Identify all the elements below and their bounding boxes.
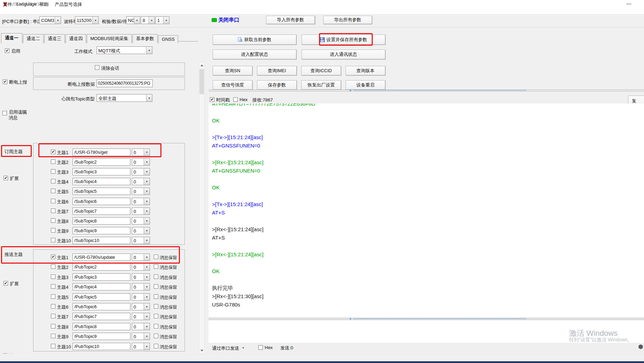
tab-modbus[interactable]: MODBUS轮询采集 [87, 34, 132, 43]
topic-input[interactable]: /SubTopic4 [73, 178, 130, 185]
topic-enable-checkbox[interactable] [51, 218, 55, 223]
topic-enable-checkbox[interactable] [51, 304, 55, 309]
topic-qos-select[interactable]: 0▼ [132, 343, 150, 350]
topic-input[interactable]: /USR-G780s/update [73, 254, 130, 261]
work-mode-select[interactable]: MQTT模式▼ [97, 46, 152, 54]
databits-select[interactable]: 8▼ [141, 16, 155, 24]
close-port-button[interactable]: 关闭串口 [218, 17, 239, 23]
topic-qos-select[interactable]: 0▼ [132, 303, 150, 310]
topic-input[interactable]: /PubTopic9 [73, 333, 130, 340]
assistant-icon[interactable] [638, 345, 643, 349]
menu-product-select[interactable]: 产品型号选择 [55, 1, 82, 8]
topic-qos-select[interactable]: 0▼ [132, 158, 150, 166]
topic-enable-checkbox[interactable] [51, 294, 55, 299]
scroll-down-icon[interactable] [199, 348, 204, 354]
retain-checkbox[interactable] [154, 264, 158, 269]
power-data-input[interactable]: 02500524060700013275:PO [97, 80, 153, 87]
will-message-checkbox[interactable] [2, 111, 7, 115]
topic-qos-select[interactable]: 0▼ [132, 168, 150, 175]
topic-input[interactable]: /PubTopic10 [73, 343, 130, 350]
topic-qos-select[interactable]: 0▼ [132, 207, 150, 215]
minimize-button[interactable]: — [626, 0, 631, 6]
topic-qos-select[interactable]: 0▼ [132, 217, 150, 225]
chevron-down-icon[interactable]: ▼ [242, 347, 244, 349]
topic-enable-checkbox[interactable] [51, 169, 55, 174]
topic-input[interactable]: /PubTopic8 [73, 323, 130, 330]
topic-input[interactable]: /SubTopic8 [73, 217, 130, 225]
menu-language[interactable]: Language [16, 1, 37, 7]
topic-qos-select[interactable]: 0▼ [132, 178, 150, 185]
log-splitter-top[interactable]: ▲ [209, 90, 644, 91]
send-via-serial-button[interactable]: 通过串口发送 [212, 345, 239, 351]
topic-input[interactable]: /SubTopic7 [73, 207, 130, 215]
topic-enable-checkbox[interactable]: ✔ [51, 255, 55, 259]
topic-input[interactable]: /SubTopic9 [73, 227, 130, 234]
scroll-up-icon[interactable] [199, 62, 204, 68]
topic-input[interactable]: /PubTopic7 [73, 313, 130, 320]
tab-channel3[interactable]: 通道三 [44, 34, 65, 43]
tab-channel4[interactable]: 通道四 [66, 34, 86, 43]
send-hex-checkbox[interactable] [258, 345, 263, 350]
retain-checkbox[interactable] [154, 344, 158, 348]
topic-input[interactable]: /SubTopic2 [73, 158, 130, 166]
query-iccid-button[interactable]: 查询ICCID [301, 66, 341, 75]
topic-enable-checkbox[interactable]: ✔ [51, 150, 55, 154]
topic-input[interactable]: /USR-G780s/get [73, 149, 130, 156]
enable-checkbox[interactable]: ✔ [5, 48, 9, 53]
query-signal-button[interactable]: 查信号强度 [213, 80, 252, 90]
factory-reset-button[interactable]: 恢复出厂设置 [301, 80, 341, 90]
power-report-checkbox[interactable]: ✔ [3, 80, 7, 84]
save-params-button[interactable]: 保存参数 [257, 80, 297, 90]
left-panel-scrollbar[interactable] [199, 62, 205, 354]
serial-port-select[interactable]: COM3▼ [39, 16, 61, 24]
splitter-handle[interactable] [354, 318, 526, 319]
collapse-up-icon[interactable]: ▲ [349, 89, 352, 92]
topic-enable-checkbox[interactable] [51, 238, 55, 242]
topic-enable-checkbox[interactable] [51, 179, 55, 183]
topic-qos-select[interactable]: 0▼ [132, 149, 150, 156]
collapse-down-icon[interactable]: ▼ [349, 318, 352, 320]
import-all-params-button[interactable]: 导入所有参数 [266, 16, 315, 24]
topic-enable-checkbox[interactable] [51, 314, 55, 318]
topic-input[interactable]: /PubTopic3 [73, 273, 130, 281]
publish-expand-checkbox[interactable]: ✔ [3, 281, 8, 286]
query-imei-button[interactable]: 查询IMEI [257, 66, 297, 75]
topic-input[interactable]: /PubTopic4 [73, 283, 130, 290]
topic-qos-select[interactable]: 0▼ [132, 188, 150, 195]
topic-qos-select[interactable]: 0▼ [132, 237, 150, 244]
topic-input[interactable]: /PubTopic5 [73, 293, 130, 301]
enter-config-state-button[interactable]: 进入配置状态 [213, 50, 296, 59]
tab-channel1[interactable]: 通道一 [1, 33, 22, 43]
topic-enable-checkbox[interactable] [51, 228, 55, 233]
topic-qos-select[interactable]: 0▼ [132, 293, 150, 301]
menu-file[interactable]: 文件 [3, 1, 12, 8]
topic-input[interactable]: /SubTopic6 [73, 198, 130, 205]
log-output[interactable]: AT+HEARTDT=7777772E7573722E636F6DOK>[Tx-… [209, 104, 644, 317]
topic-enable-checkbox[interactable] [51, 324, 55, 328]
topic-qos-select[interactable]: 0▼ [132, 198, 150, 205]
topic-input[interactable]: /PubTopic6 [73, 303, 130, 310]
topic-qos-select[interactable]: 0▼ [132, 283, 150, 290]
topic-enable-checkbox[interactable] [51, 344, 55, 348]
parity-select[interactable]: NONI▼ [126, 16, 140, 24]
retain-checkbox[interactable] [154, 294, 158, 299]
topic-qos-select[interactable]: 0▼ [132, 273, 150, 281]
retain-checkbox[interactable] [154, 304, 158, 309]
query-sn-button[interactable]: 查询SN [213, 66, 252, 75]
tab-basic-params[interactable]: 基本参数 [132, 34, 158, 43]
topic-qos-select[interactable]: 0▼ [132, 263, 150, 271]
scrollbar-thumb[interactable] [199, 69, 204, 94]
topic-enable-checkbox[interactable] [51, 264, 55, 269]
topic-enable-checkbox[interactable] [51, 199, 55, 203]
retain-checkbox[interactable] [154, 255, 158, 259]
retain-checkbox[interactable] [154, 324, 158, 328]
topic-enable-checkbox[interactable] [51, 334, 55, 338]
topic-qos-select[interactable]: 0▼ [132, 254, 150, 261]
topic-input[interactable]: /PubTopic2 [73, 263, 130, 271]
tab-channel2[interactable]: 通道二 [23, 34, 44, 43]
set-save-all-params-button[interactable]: 设置并保存所有参数 [302, 35, 385, 45]
topic-input[interactable]: /SubTopic5 [73, 188, 130, 195]
retain-checkbox[interactable] [154, 274, 158, 279]
baud-select[interactable]: 115200▼ [75, 16, 99, 24]
log-splitter-bottom[interactable]: ▼ [209, 318, 644, 320]
